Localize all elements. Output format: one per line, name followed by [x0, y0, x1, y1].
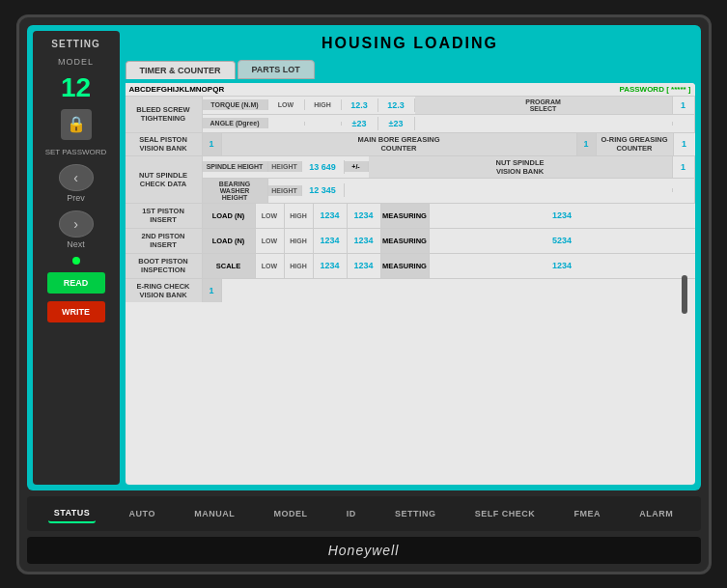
boot-piston-label: BOOT PISTONINSPECTION	[126, 254, 203, 278]
table-row: BOOT PISTONINSPECTION SCALE LOW HIGH 123…	[126, 254, 695, 279]
nav-alarm[interactable]: ALARM	[633, 505, 679, 522]
tab-timer-counter[interactable]: TIMER & COUNTER	[126, 61, 236, 79]
seal-piston-label: SEAL PISTONVISION BANK	[126, 133, 203, 155]
spindle-height-label: SPINDLE HEIGHT	[203, 161, 268, 172]
height-label-1: HEIGHT	[268, 161, 302, 172]
torque-label: TORQUE (N.M)	[203, 99, 268, 110]
2nd-low-header: LOW	[256, 229, 285, 253]
set-password-label: SET PASSWORD	[45, 148, 107, 157]
ering-label: E-RING CHECKVISION BANK	[126, 279, 203, 302]
nav-status[interactable]: STATUS	[48, 504, 97, 523]
bleed-screw-label: BLEED SCREWTIGHTENING	[126, 97, 203, 132]
angle-low-spacer	[268, 122, 305, 126]
tab-parts-lot[interactable]: PARTS LOT	[238, 60, 315, 79]
tabs-row: TIMER & COUNTER PARTS LOT	[126, 60, 695, 79]
data-rows: BLEED SCREWTIGHTENING TORQUE (N.M) LOW H…	[126, 97, 695, 485]
side-handle	[682, 275, 687, 314]
2nd-high-val: 1234	[348, 229, 381, 253]
high-val-torque: 12.3	[378, 98, 415, 112]
nav-fmea[interactable]: FMEA	[569, 505, 607, 522]
lock-icon: 🔒	[61, 109, 92, 140]
2nd-low-val: 1234	[314, 229, 348, 253]
1st-meas-label: MEASURING	[381, 204, 430, 228]
ering-spacer	[222, 279, 695, 302]
oring-num: 1	[674, 133, 695, 155]
ering-num: 1	[203, 279, 222, 302]
seal-num1: 1	[203, 133, 222, 155]
data-area: ABCDEFGHIJKLMNOPQR PASSWORD [ ***** ] BL…	[126, 83, 695, 485]
nav-setting[interactable]: SETTING	[389, 505, 442, 522]
1st-meas-val: 1234	[430, 204, 695, 228]
scale-label: SCALE	[203, 254, 256, 278]
2nd-high-header: HIGH	[285, 229, 314, 253]
2nd-load-label: LOAD (N)	[203, 229, 256, 253]
main-bore-num: 1	[577, 133, 597, 155]
honeywell-bar: Honeywell	[27, 537, 701, 564]
bearing-washer-label: BEARING WASHER HEIGHT	[203, 179, 268, 203]
boot-low-val: 1234	[314, 254, 348, 278]
1st-high-val: 1234	[348, 204, 381, 228]
boot-low-header: LOW	[256, 254, 285, 278]
angle-right-num-spacer	[673, 122, 694, 126]
boot-meas-val: 1234	[430, 254, 695, 278]
spindle-height-val: 13 649	[302, 160, 345, 174]
boot-meas-label: MEASURING	[381, 254, 430, 278]
1st-low-header: LOW	[256, 204, 285, 228]
right-panel: HOUSING LOADING TIMER & COUNTER PARTS LO…	[126, 31, 695, 485]
boot-high-header: HIGH	[285, 254, 314, 278]
table-row: NUT SPINDLECHECK DATA SPINDLE HEIGHT HEI…	[126, 156, 695, 204]
2nd-meas-val: 5234	[430, 229, 695, 253]
brand-name: Honeywell	[328, 543, 400, 558]
next-label: Next	[67, 239, 85, 249]
1st-load-label: LOAD (N)	[203, 204, 256, 228]
2nd-meas-label: MEASURING	[381, 229, 430, 253]
bottom-nav: STATUS AUTO MANUAL MODEL ID SETTING SELF…	[27, 496, 701, 531]
alphabet-row: ABCDEFGHIJKLMNOPQR	[129, 85, 620, 94]
boot-high-val: 1234	[348, 254, 381, 278]
angle-high-spacer	[305, 122, 342, 126]
prev-label: Prev	[67, 193, 85, 203]
program-select-num: 1	[673, 98, 694, 112]
table-row: E-RING CHECKVISION BANK 1	[126, 279, 695, 302]
nut-spindle-vision-label: NUT SPINDLEVISION BANK	[369, 156, 673, 178]
oring-label: O-RING GREASINGCOUNTER	[597, 133, 674, 155]
page-title: HOUSING LOADING	[126, 31, 695, 56]
height-label-2: HEIGHT	[268, 185, 302, 196]
table-row: BLEED SCREWTIGHTENING TORQUE (N.M) LOW H…	[126, 97, 695, 133]
angle-low-val: ±23	[342, 117, 378, 130]
main-content: SETTING MODEL 12 🔒 SET PASSWORD ‹ Prev ›…	[27, 25, 701, 490]
angle-right-spacer	[415, 122, 673, 126]
write-button[interactable]: WRITE	[47, 301, 105, 322]
password-label: PASSWORD [ ***** ]	[619, 85, 690, 94]
prev-button[interactable]: ‹	[59, 164, 94, 191]
nav-self-check[interactable]: SELF CHECK	[469, 505, 542, 522]
main-bore-label: MAIN BORE GREASINGCOUNTER	[222, 133, 577, 155]
nut-vision-num: 1	[673, 160, 694, 174]
setting-label: SETTING	[51, 39, 99, 49]
table-row: SEAL PISTONVISION BANK 1 MAIN BORE GREAS…	[126, 133, 695, 156]
low-val-torque: 12.3	[342, 98, 378, 112]
model-label: MODEL	[58, 57, 94, 67]
angle-high-val: ±23	[378, 117, 415, 130]
2nd-piston-label: 2ND PISTON INSERT	[126, 229, 203, 253]
nav-auto[interactable]: AUTO	[124, 505, 161, 522]
nav-id[interactable]: ID	[341, 505, 362, 522]
1st-low-val: 1234	[314, 204, 348, 228]
table-row: 2ND PISTON INSERT LOAD (N) LOW HIGH 1234…	[126, 229, 695, 254]
model-value: 12	[61, 74, 91, 101]
green-indicator	[72, 257, 80, 265]
pm-label: +/-	[345, 161, 369, 172]
low-header-1: LOW	[268, 99, 305, 110]
nav-model[interactable]: MODEL	[267, 505, 313, 522]
1st-piston-label: 1ST PISTON INSERT	[126, 204, 203, 228]
program-select-label: PROGRAMSELECT	[415, 97, 673, 114]
nav-manual[interactable]: MANUAL	[188, 505, 240, 522]
next-button[interactable]: ›	[59, 210, 94, 238]
table-row: 1ST PISTON INSERT LOAD (N) LOW HIGH 1234…	[126, 204, 695, 229]
bearing-height-val: 12 345	[302, 183, 345, 197]
read-button[interactable]: READ	[47, 272, 105, 294]
bearing-right-num-spacer	[673, 188, 694, 192]
bearing-right-spacer	[345, 188, 673, 192]
angle-label: ANGLE (Dgree)	[203, 118, 268, 128]
data-header-row: ABCDEFGHIJKLMNOPQR PASSWORD [ ***** ]	[126, 83, 695, 97]
